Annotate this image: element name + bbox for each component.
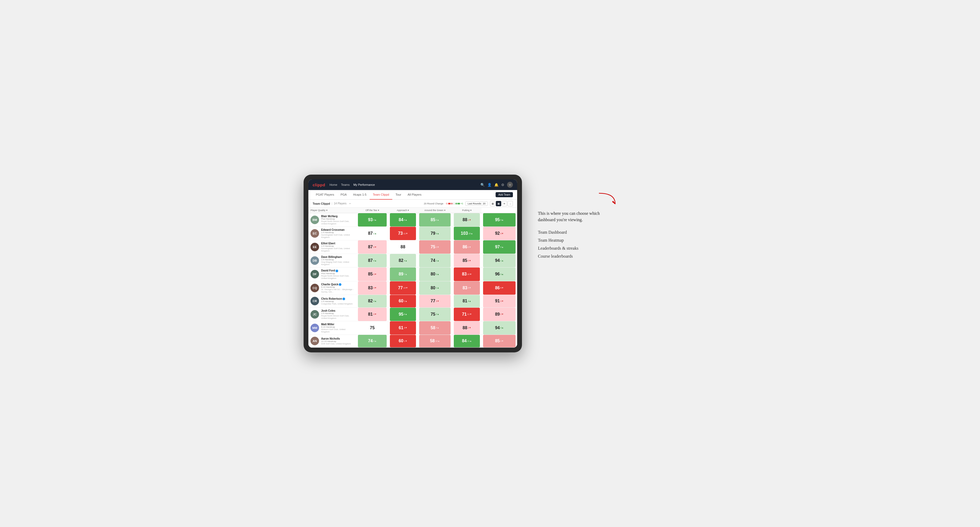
- view-grid-large[interactable]: ▩: [496, 201, 501, 206]
- player-cell-5[interactable]: CQCharlie Quick6-10 HandicapSt. George's…: [309, 281, 356, 295]
- metric-cell-player_quality[interactable]: 939▲: [356, 213, 388, 227]
- metric-cell-approach[interactable]: 858▲: [418, 213, 452, 227]
- metric-cell-player_quality[interactable]: 874▲: [356, 254, 388, 268]
- metric-cell-approach[interactable]: 752▲: [418, 307, 452, 321]
- metric-cell-player_quality[interactable]: 871▲: [356, 227, 388, 240]
- player-club: Drift Golf Club, United Kingdom: [321, 343, 351, 345]
- metric-cell-around_green[interactable]: 10315▲: [452, 227, 482, 240]
- player-cell-2[interactable]: EEElliot Ebert1-5 HandicapSunningdale Go…: [309, 240, 356, 254]
- metric-cell-putting[interactable]: 941▲: [482, 254, 517, 268]
- player-cell-8[interactable]: MMMatt Miller6-10 HandicapWoburn Golf Cl…: [309, 321, 356, 335]
- metric-value: 58: [430, 338, 435, 343]
- player-handicap: 1-5 Handicap: [321, 245, 354, 247]
- scale-seg-5: [458, 203, 460, 205]
- last-rounds-button[interactable]: Last Rounds: 20: [465, 202, 488, 206]
- col-putting: Putting ▾: [452, 208, 482, 213]
- add-team-button[interactable]: Add Team: [496, 192, 513, 197]
- table-row: CRChris Robertson1-5 HandicapCraigmillar…: [309, 295, 517, 307]
- tab-pga[interactable]: PGA: [337, 190, 350, 200]
- metric-cell-off_tee[interactable]: 897▲: [388, 268, 418, 281]
- metric-cell-off_tee[interactable]: 601▼: [388, 335, 418, 347]
- metric-cell-off_tee[interactable]: 602▲: [388, 295, 418, 307]
- metric-value: 82: [399, 258, 403, 263]
- bell-icon[interactable]: 🔔: [494, 183, 498, 187]
- metric-cell-putting[interactable]: 868▼: [482, 281, 517, 295]
- metric-cell-approach[interactable]: 773▼: [418, 295, 452, 307]
- player-avatar: CR: [310, 297, 319, 305]
- metric-cell-approach[interactable]: 584▲: [418, 321, 452, 335]
- team-title: Team Clippd: [313, 202, 330, 205]
- nav-icons: 🔍 👤 🔔 ⚙ U: [480, 182, 513, 187]
- search-icon[interactable]: 🔍: [480, 183, 485, 187]
- user-icon[interactable]: 👤: [487, 183, 492, 187]
- metric-cell-off_tee[interactable]: 7311▼: [388, 227, 418, 240]
- metric-cell-around_green[interactable]: 814▲: [452, 295, 482, 307]
- tab-tour[interactable]: Tour: [392, 190, 404, 200]
- avatar[interactable]: U: [507, 182, 513, 187]
- metric-cell-off_tee[interactable]: 7714▼: [388, 281, 418, 295]
- metric-cell-around_green[interactable]: 866▼: [452, 240, 482, 254]
- metric-cell-around_green[interactable]: 7111▼: [452, 307, 482, 321]
- metric-cell-off_tee[interactable]: 958▲: [388, 307, 418, 321]
- metric-cell-putting[interactable]: 923▼: [482, 227, 517, 240]
- sub-nav: PGAT Players PGA Hcaps 1-5 Team Clippd T…: [309, 190, 517, 200]
- metric-cell-putting[interactable]: 963▲: [482, 268, 517, 281]
- metric-cell-approach[interactable]: 5810▲: [418, 335, 452, 347]
- player-cell-7[interactable]: JCJosh Coles1-5 HandicapRoyal North Devo…: [309, 307, 356, 321]
- player-cell-0[interactable]: BMBlair McHargPlus HandicapRoyal North D…: [309, 213, 356, 227]
- metric-cell-player_quality[interactable]: 853▼: [356, 268, 388, 281]
- metric-cell-off_tee[interactable]: 824▲: [388, 254, 418, 268]
- metric-cell-player_quality[interactable]: 75: [356, 321, 388, 335]
- settings-icon[interactable]: ⚙: [501, 183, 504, 187]
- view-download[interactable]: ↓: [508, 201, 513, 206]
- view-grid-small[interactable]: ▦: [490, 201, 495, 206]
- metric-cell-around_green[interactable]: 8310▼: [452, 268, 482, 281]
- metric-cell-around_green[interactable]: 881▼: [452, 213, 482, 227]
- metric-cell-off_tee[interactable]: 88: [388, 240, 418, 254]
- metric-cell-around_green[interactable]: 836▼: [452, 281, 482, 295]
- metric-cell-off_tee[interactable]: 846▲: [388, 213, 418, 227]
- player-cell-6[interactable]: CRChris Robertson1-5 HandicapCraigmillar…: [309, 295, 356, 307]
- tab-pgat-players[interactable]: PGAT Players: [313, 190, 337, 200]
- metric-cell-player_quality[interactable]: 748▲: [356, 335, 388, 347]
- metric-cell-off_tee[interactable]: 613▼: [388, 321, 418, 335]
- tab-all-players[interactable]: All Players: [404, 190, 425, 200]
- metric-cell-around_green[interactable]: 853▼: [452, 254, 482, 268]
- metric-cell-player_quality[interactable]: 813▼: [356, 307, 388, 321]
- metric-cell-player_quality[interactable]: 833▼: [356, 281, 388, 295]
- metric-cell-putting[interactable]: 943▲: [482, 321, 517, 335]
- metric-cell-player_quality[interactable]: 823▲: [356, 295, 388, 307]
- metric-change: 3▼: [373, 313, 377, 316]
- tablet-screen: clippd Home Teams My Performance 🔍 👤 🔔 ⚙…: [309, 179, 517, 348]
- metric-cell-around_green[interactable]: 8421▲: [452, 335, 482, 347]
- metric-cell-approach[interactable]: 799▲: [418, 227, 452, 240]
- metric-cell-approach[interactable]: 753▼: [418, 240, 452, 254]
- nav-link-performance[interactable]: My Performance: [353, 183, 375, 186]
- verified-icon: [342, 298, 345, 300]
- metric-cell-approach[interactable]: 741▲: [418, 254, 452, 268]
- metric-cell-around_green[interactable]: 882▼: [452, 321, 482, 335]
- metric-cell-player_quality[interactable]: 873▼: [356, 240, 388, 254]
- metric-cell-approach[interactable]: 803▲: [418, 268, 452, 281]
- annotation-arrow: [538, 190, 618, 208]
- player-cell-1[interactable]: ECEdward Crossman1-5 HandicapSunningdale…: [309, 227, 356, 240]
- tab-hcaps[interactable]: Hcaps 1-5: [350, 190, 370, 200]
- player-cell-9[interactable]: ANAaron Nicholls11-15 HandicapDrift Golf…: [309, 335, 356, 347]
- metric-cell-putting[interactable]: 892▼: [482, 307, 517, 321]
- metric-cell-putting[interactable]: 975▲: [482, 240, 517, 254]
- player-cell-3[interactable]: DBDave Billingham1-5 HandicapGog Magog G…: [309, 254, 356, 268]
- metric-cell-approach[interactable]: 801▲: [418, 281, 452, 295]
- metric-cell-putting[interactable]: 959▲: [482, 213, 517, 227]
- view-heatmap[interactable]: ≋: [502, 201, 507, 206]
- edit-icon[interactable]: ✏: [349, 202, 351, 205]
- player-cell-4[interactable]: DFDavid FordPlus HandicapRoyal North Dev…: [309, 268, 356, 281]
- team-count: 14 Players: [334, 202, 347, 205]
- metric-cell-putting[interactable]: 913▼: [482, 295, 517, 307]
- nav-link-home[interactable]: Home: [329, 183, 337, 186]
- tablet-frame: clippd Home Teams My Performance 🔍 👤 🔔 ⚙…: [304, 175, 522, 352]
- annotation-intro: This is where you can choose which dashb…: [538, 210, 618, 223]
- tab-team-clippd[interactable]: Team Clippd: [370, 190, 392, 200]
- nav-link-teams[interactable]: Teams: [341, 183, 350, 186]
- metric-cell-putting[interactable]: 854▼: [482, 335, 517, 347]
- player-name: Elliot Ebert: [321, 242, 354, 245]
